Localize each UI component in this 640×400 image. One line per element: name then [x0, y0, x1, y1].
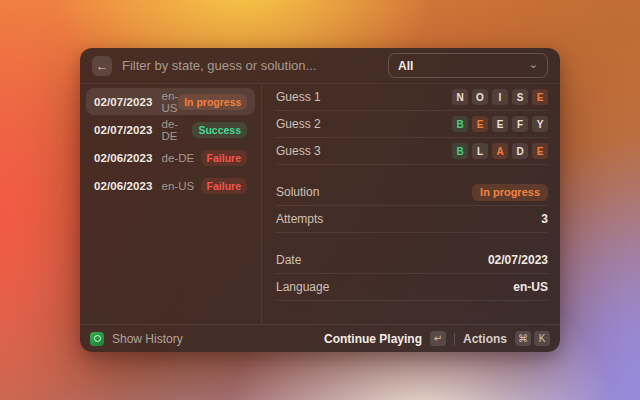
letter-tile: I: [492, 89, 508, 105]
language-row: Language en-US: [276, 274, 548, 301]
letter-tile: E: [532, 89, 548, 105]
section-gap: [276, 233, 548, 247]
game-language: en-US: [162, 90, 179, 114]
state-filter-dropdown[interactable]: All ⌄: [388, 53, 548, 78]
language-label: Language: [276, 280, 329, 294]
letter-tile: S: [512, 89, 528, 105]
app-window: ← Filter by state, guess or solution... …: [80, 48, 560, 352]
letter-tile: E: [492, 116, 508, 132]
command-title: Show History: [112, 332, 183, 346]
command-key-icon: ⌘: [515, 331, 531, 346]
actions-button[interactable]: Actions: [463, 332, 507, 346]
chevron-down-icon: ⌄: [529, 59, 538, 70]
solution-status-chip: In progress: [472, 184, 548, 201]
game-date: 02/06/2023: [94, 152, 153, 164]
guess-label: Guess 2: [276, 117, 321, 131]
status-badge: In progress: [178, 94, 247, 110]
section-gap: [276, 165, 548, 179]
guess-row: Guess 2 B E E F Y: [276, 111, 548, 138]
continue-playing-button[interactable]: Continue Playing: [324, 332, 422, 346]
letter-tile: A: [492, 143, 508, 159]
letter-tile: B: [452, 143, 468, 159]
solution-row: Solution In progress: [276, 179, 548, 206]
footer-divider: [454, 333, 455, 345]
status-badge: Success: [192, 122, 247, 138]
game-date: 02/07/2023: [94, 124, 153, 136]
guess-tiles: B L A D E: [452, 143, 548, 159]
letter-tile: E: [532, 143, 548, 159]
game-date: 02/06/2023: [94, 180, 153, 192]
date-label: Date: [276, 253, 301, 267]
action-bar: Show History Continue Playing ↵ Actions …: [80, 324, 560, 352]
attempts-row: Attempts 3: [276, 206, 548, 233]
k-key-icon: K: [534, 331, 550, 346]
guess-tiles: B E E F Y: [452, 116, 548, 132]
game-history-list: 02/07/2023 en-US In progress 02/07/2023 …: [80, 84, 262, 324]
letter-tile: Y: [532, 116, 548, 132]
list-item[interactable]: 02/07/2023 de-DE Success: [86, 116, 255, 143]
shortcut-keys: ⌘ K: [515, 331, 550, 346]
back-button[interactable]: ←: [92, 56, 112, 76]
dropdown-selected-value: All: [398, 59, 523, 73]
guess-label: Guess 1: [276, 90, 321, 104]
top-bar: ← Filter by state, guess or solution... …: [80, 48, 560, 84]
language-value: en-US: [513, 280, 548, 294]
game-language: de-DE: [162, 152, 195, 164]
guess-tiles: N O I S E: [452, 89, 548, 105]
enter-key-icon: ↵: [430, 331, 446, 346]
game-language: de-DE: [162, 118, 193, 142]
list-item[interactable]: 02/06/2023 de-DE Failure: [86, 144, 255, 171]
status-badge: Failure: [201, 150, 247, 166]
guess-row: Guess 3 B L A D E: [276, 138, 548, 165]
letter-tile: O: [472, 89, 488, 105]
ring-icon: [94, 335, 101, 342]
back-arrow-icon: ←: [96, 59, 108, 73]
game-date: 02/07/2023: [94, 96, 153, 108]
search-input[interactable]: Filter by state, guess or solution...: [122, 58, 378, 73]
letter-tile: F: [512, 116, 528, 132]
letter-tile: D: [512, 143, 528, 159]
attempts-value: 3: [541, 212, 548, 226]
letter-tile: L: [472, 143, 488, 159]
game-detail-panel: Guess 1 N O I S E Guess 2 B E E F Y: [262, 84, 560, 324]
status-badge: Failure: [201, 178, 247, 194]
attempts-label: Attempts: [276, 212, 323, 226]
letter-tile: E: [472, 116, 488, 132]
letter-tile: N: [452, 89, 468, 105]
app-icon: [90, 332, 104, 346]
letter-tile: B: [452, 116, 468, 132]
guess-label: Guess 3: [276, 144, 321, 158]
date-row: Date 02/07/2023: [276, 247, 548, 274]
list-item[interactable]: 02/06/2023 en-US Failure: [86, 172, 255, 199]
date-value: 02/07/2023: [488, 253, 548, 267]
list-item[interactable]: 02/07/2023 en-US In progress: [86, 88, 255, 115]
game-language: en-US: [162, 180, 195, 192]
solution-label: Solution: [276, 185, 319, 199]
content-area: 02/07/2023 en-US In progress 02/07/2023 …: [80, 84, 560, 324]
guess-row: Guess 1 N O I S E: [276, 84, 548, 111]
